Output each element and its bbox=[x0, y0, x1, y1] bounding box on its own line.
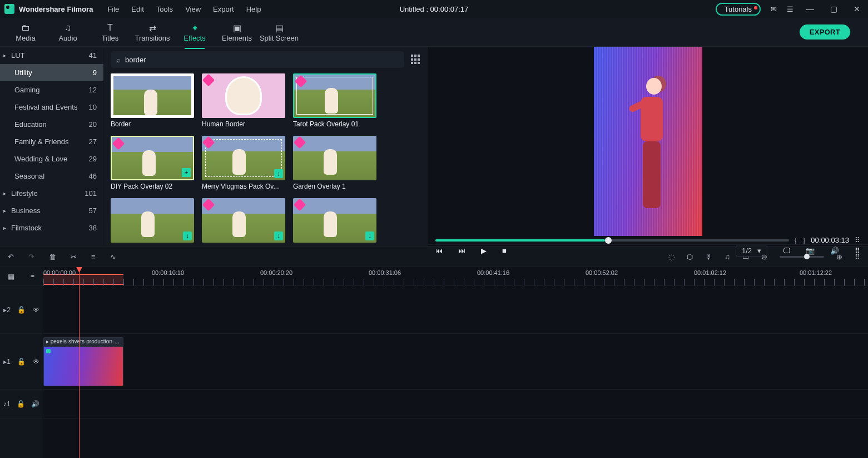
menu-export[interactable]: Export bbox=[213, 5, 234, 13]
transition-icon: ⇄ bbox=[131, 23, 173, 34]
lock-icon[interactable]: 🔓 bbox=[17, 358, 26, 366]
display-settings-icon[interactable]: 🖵 bbox=[783, 247, 790, 255]
chevron-right-icon: ▸ bbox=[3, 225, 6, 231]
transport-bar: ⏮ ⏭ ▶ ■ 1/2 ▾ 🖵 📷 🔊 ⠿ bbox=[428, 244, 868, 257]
timeline-options-icon[interactable]: ▦ bbox=[8, 272, 14, 280]
preview-subject bbox=[627, 78, 671, 217]
effect-thumbnail[interactable]: ↓ bbox=[202, 198, 285, 245]
eye-icon[interactable]: 👁 bbox=[33, 306, 39, 314]
download-icon[interactable]: ↓ bbox=[183, 232, 192, 240]
export-button[interactable]: EXPORT bbox=[800, 24, 850, 40]
menu-view[interactable]: View bbox=[185, 5, 201, 13]
search-field[interactable]: ⌕ bbox=[111, 51, 404, 68]
sidebar-item-festival-and-events[interactable]: Festival and Events10 bbox=[0, 99, 103, 116]
panel-layout-icon[interactable]: ⠿ bbox=[855, 247, 860, 255]
play-icon[interactable]: ▶ bbox=[481, 247, 487, 255]
ruler-tick: 00:00:31:06 bbox=[369, 269, 401, 276]
zoom-slider[interactable] bbox=[780, 256, 824, 258]
effect-thumbnail[interactable]: Human Border bbox=[202, 73, 285, 128]
menu-file[interactable]: File bbox=[107, 5, 119, 13]
menu-help[interactable]: Help bbox=[246, 5, 261, 13]
sidebar-item-seasonal[interactable]: Seasonal46 bbox=[0, 168, 103, 185]
zoom-ratio-select[interactable]: 1/2 ▾ bbox=[736, 245, 767, 257]
eye-icon[interactable]: 👁 bbox=[33, 358, 39, 366]
sidebar-item-utility[interactable]: Utility9 bbox=[0, 64, 103, 81]
volume-icon[interactable]: 🔊 bbox=[830, 247, 839, 255]
menu-edit[interactable]: Edit bbox=[131, 5, 143, 13]
window-close-icon[interactable]: ✕ bbox=[850, 4, 864, 13]
seek-bar[interactable] bbox=[435, 239, 789, 242]
search-icon: ⌕ bbox=[116, 56, 121, 64]
effect-thumbnail[interactable]: ↓ bbox=[111, 198, 194, 245]
stop-icon[interactable]: ■ bbox=[502, 247, 507, 255]
grid-view-icon[interactable] bbox=[411, 55, 421, 65]
lock-icon[interactable]: 🔓 bbox=[17, 306, 26, 314]
audio-wave-icon[interactable]: ∿ bbox=[110, 253, 116, 261]
tab-label: Titles bbox=[102, 34, 119, 42]
sidebar-item-lifestyle[interactable]: ▸Lifestyle101 bbox=[0, 185, 103, 202]
tab-audio[interactable]: ♫Audio bbox=[47, 22, 89, 42]
window-minimize-icon[interactable]: — bbox=[803, 4, 817, 13]
sidebar-item-label: Family & Friends bbox=[14, 137, 69, 146]
text-icon: T bbox=[89, 23, 131, 34]
menu-tools[interactable]: Tools bbox=[156, 5, 173, 13]
thumbnail-image bbox=[293, 136, 376, 180]
track-header-a1[interactable]: ♪1 🔓 🔊 bbox=[0, 390, 43, 418]
speaker-icon[interactable]: 🔊 bbox=[31, 400, 39, 408]
lock-icon[interactable]: 🔓 bbox=[17, 400, 25, 408]
timeline-clip[interactable]: ▸ pexels-shvets-production-7… bbox=[43, 337, 123, 386]
delete-icon[interactable]: 🗑 bbox=[49, 253, 56, 261]
seek-knob[interactable] bbox=[605, 237, 612, 244]
task-list-icon[interactable]: ☰ bbox=[787, 5, 793, 13]
sidebar-item-wedding-love[interactable]: Wedding & Love29 bbox=[0, 150, 103, 168]
in-out-brackets[interactable]: { } bbox=[795, 236, 806, 244]
tab-elements[interactable]: ▣Elements bbox=[216, 22, 258, 42]
sidebar-item-count: 9 bbox=[93, 68, 97, 77]
tab-split-screen[interactable]: ▤Split Screen bbox=[258, 22, 300, 42]
download-icon[interactable]: ↓ bbox=[365, 232, 374, 240]
effect-thumbnail[interactable]: Garden Overlay 1 bbox=[293, 136, 376, 190]
timeline-tracks[interactable]: 00:00:00:0000:00:10:1000:00:20:2000:00:3… bbox=[43, 267, 868, 458]
effect-thumbnail[interactable]: ↓+DIY Pack Overlay 02 bbox=[111, 136, 194, 190]
split-icon[interactable]: ✂ bbox=[71, 253, 77, 261]
video-track-2[interactable] bbox=[43, 286, 868, 334]
track-header-column: ▦ ⚭ ▸2 🔓 👁 ▸1 🔓 👁 ♪1 🔓 🔊 bbox=[0, 267, 43, 458]
link-icon[interactable]: ⚭ bbox=[29, 272, 36, 280]
effect-thumbnail[interactable]: ↓ bbox=[293, 198, 376, 245]
sidebar-item-education[interactable]: Education20 bbox=[0, 116, 103, 133]
sidebar-item-family-friends[interactable]: Family & Friends27 bbox=[0, 133, 103, 150]
tab-effects[interactable]: ✦Effects bbox=[173, 22, 216, 42]
step-forward-icon[interactable]: ⏭ bbox=[458, 247, 465, 255]
step-back-icon[interactable]: ⏮ bbox=[435, 247, 443, 255]
undo-icon[interactable]: ↶ bbox=[8, 253, 14, 261]
sidebar-item-lut[interactable]: ▸LUT41 bbox=[0, 47, 103, 64]
messages-icon[interactable]: ✉ bbox=[771, 5, 777, 13]
tutorials-button[interactable]: Tutorials bbox=[716, 3, 761, 16]
time-ruler[interactable]: 00:00:00:0000:00:10:1000:00:20:2000:00:3… bbox=[43, 267, 868, 286]
track-header-v2[interactable]: ▸2 🔓 👁 bbox=[0, 286, 43, 334]
add-icon[interactable]: + bbox=[182, 168, 191, 177]
track-header-v1[interactable]: ▸1 🔓 👁 bbox=[0, 334, 43, 390]
tab-titles[interactable]: TTitles bbox=[89, 22, 131, 42]
effect-thumbnail[interactable]: Border bbox=[111, 73, 194, 128]
preview-viewport[interactable] bbox=[428, 47, 868, 236]
effect-thumbnail[interactable]: ↓Merry Vlogmas Pack Ov... bbox=[202, 136, 285, 190]
download-icon[interactable]: ↓ bbox=[274, 169, 283, 178]
window-maximize-icon[interactable]: ▢ bbox=[827, 4, 840, 13]
tab-media[interactable]: 🗀Media bbox=[4, 22, 47, 42]
effect-thumbnail[interactable]: Tarot Pack Overlay 01 bbox=[293, 73, 376, 128]
adjust-icon[interactable]: ≡ bbox=[91, 253, 96, 261]
search-input[interactable] bbox=[125, 56, 399, 64]
zoom-knob[interactable] bbox=[804, 254, 810, 259]
preview-drag-handle-icon[interactable]: ⠿ bbox=[855, 236, 860, 244]
sidebar-item-gaming[interactable]: Gaming12 bbox=[0, 81, 103, 99]
chevron-right-icon: ▸ bbox=[3, 190, 6, 196]
download-icon[interactable]: ↓ bbox=[274, 232, 283, 240]
audio-track-1[interactable] bbox=[43, 390, 868, 418]
sidebar-item-business[interactable]: ▸Business57 bbox=[0, 202, 103, 219]
redo-icon[interactable]: ↷ bbox=[28, 253, 34, 261]
tab-transitions[interactable]: ⇄Transitions bbox=[131, 22, 173, 42]
video-track-1[interactable]: ▸ pexels-shvets-production-7… bbox=[43, 334, 868, 390]
playhead[interactable] bbox=[79, 267, 80, 458]
sidebar-item-filmstock[interactable]: ▸Filmstock38 bbox=[0, 219, 103, 237]
